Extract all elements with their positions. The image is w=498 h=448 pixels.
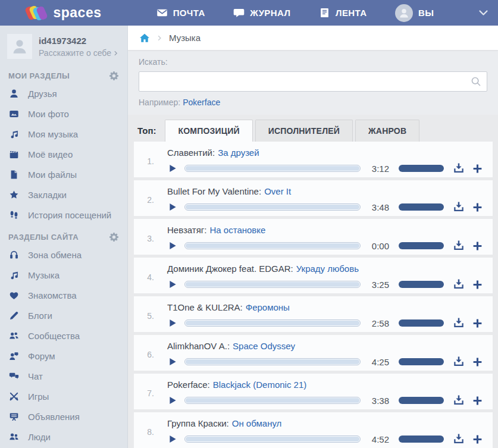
search-input[interactable] xyxy=(139,71,487,92)
sidebar-item-exchange-zone[interactable]: Зона обмена xyxy=(0,245,127,265)
download-button[interactable] xyxy=(453,433,465,445)
user-id[interactable]: id41973422 xyxy=(39,36,118,46)
account-menu-chevron-icon[interactable] xyxy=(478,8,488,18)
tab-genres[interactable]: ЖАНРОВ xyxy=(355,120,419,142)
add-button[interactable] xyxy=(472,163,483,174)
sidebar-item-label: Мои файлы xyxy=(28,170,77,180)
download-button[interactable] xyxy=(453,201,465,213)
sidebar-item-communities[interactable]: Сообщества xyxy=(0,325,127,346)
sidebar-item-label: Зона обмена xyxy=(28,250,82,260)
download-button[interactable] xyxy=(453,317,465,329)
progress-bar[interactable] xyxy=(184,319,361,327)
track-title-link[interactable]: Украду любовь xyxy=(296,264,359,274)
volume-bar[interactable] xyxy=(399,397,444,404)
chat-icon xyxy=(8,371,19,381)
sidebar-item-forum[interactable]: Форум xyxy=(0,346,127,366)
nav-journal[interactable]: ЖУРНАЛ xyxy=(233,7,290,18)
play-button[interactable] xyxy=(168,434,177,444)
volume-bar[interactable] xyxy=(399,358,444,365)
track-number: 2. xyxy=(134,180,167,216)
profile-card[interactable]: id41973422 Расскажите о себе xyxy=(0,26,127,64)
volume-bar[interactable] xyxy=(399,165,444,172)
person-icon xyxy=(11,37,29,55)
track-title-link[interactable]: На остановке xyxy=(210,225,266,235)
about-link[interactable]: Расскажите о себе xyxy=(39,48,118,58)
plus-icon xyxy=(472,318,483,329)
add-button[interactable] xyxy=(472,202,483,213)
track-row: 2. Bullet For My Valentine:Over It 3:48 xyxy=(134,180,493,216)
example-link[interactable]: Pokerface xyxy=(183,98,220,107)
sidebar-item-my-music[interactable]: Моя музыка xyxy=(0,124,127,144)
track-title-link[interactable]: Blackjack (Demonic 21) xyxy=(213,380,307,390)
play-button[interactable] xyxy=(168,396,177,405)
track-title-line: Невзатяг:На остановке xyxy=(167,225,483,235)
progress-bar[interactable] xyxy=(184,436,361,443)
play-button[interactable] xyxy=(168,202,177,212)
nav-you[interactable]: ВЫ xyxy=(395,4,434,22)
track-title-line: Доминик Джокер feat. EDGAR:Украду любовь xyxy=(167,264,483,274)
sidebar-item-ads[interactable]: Объявления xyxy=(0,406,127,427)
play-button[interactable] xyxy=(168,318,177,328)
track-artist: T1One & KUL2RA xyxy=(167,302,240,312)
gear-icon[interactable] xyxy=(109,71,119,81)
volume-bar[interactable] xyxy=(399,281,444,288)
nav-journal-label: ЖУРНАЛ xyxy=(250,8,290,18)
sidebar-item-my-video[interactable]: Моё видео xyxy=(0,144,127,164)
play-button[interactable] xyxy=(168,164,177,173)
play-button[interactable] xyxy=(168,241,177,250)
sidebar-item-music[interactable]: Музыка xyxy=(0,265,127,285)
tab-artists[interactable]: ИСПОЛНИТЕЛЕЙ xyxy=(255,120,353,142)
play-button[interactable] xyxy=(168,280,177,289)
plus-icon xyxy=(472,240,483,252)
progress-bar[interactable] xyxy=(184,358,361,365)
add-button[interactable] xyxy=(472,356,483,368)
search-panel: Искать: Например:Pokerface xyxy=(128,50,498,115)
about-label: Расскажите о себе xyxy=(39,48,111,58)
tab-compositions[interactable]: КОМПОЗИЦИЙ xyxy=(165,120,252,142)
sidebar-item-games[interactable]: Игры xyxy=(0,386,127,406)
volume-bar[interactable] xyxy=(399,203,444,211)
track-title-link[interactable]: Over It xyxy=(264,186,291,196)
progress-bar[interactable] xyxy=(184,165,361,172)
track-title-link[interactable]: Он обманул xyxy=(232,418,282,428)
nav-mail[interactable]: ПОЧТА xyxy=(156,7,205,18)
sidebar-item-people[interactable]: Люди xyxy=(0,427,127,447)
track-row: 4. Доминик Джокер feat. EDGAR:Украду люб… xyxy=(134,258,493,293)
sidebar-item-my-files[interactable]: Мои файлы xyxy=(0,164,127,184)
add-button[interactable] xyxy=(472,279,483,290)
sidebar-item-chat[interactable]: Чат xyxy=(0,366,127,386)
download-button[interactable] xyxy=(453,356,465,368)
home-icon[interactable] xyxy=(139,33,150,43)
sidebar-item-friends[interactable]: Друзья xyxy=(0,83,127,104)
download-button[interactable] xyxy=(453,162,465,174)
sidebar-item-label: Моя музыка xyxy=(28,129,78,139)
add-button[interactable] xyxy=(472,434,483,445)
search-icon[interactable] xyxy=(471,76,481,87)
sidebar-item-bookmarks[interactable]: Закладки xyxy=(0,184,127,205)
progress-bar[interactable] xyxy=(184,281,361,288)
progress-bar[interactable] xyxy=(184,203,361,211)
sidebar-item-my-photos[interactable]: Мои фото xyxy=(0,104,127,124)
sidebar-item-blogs[interactable]: Блоги xyxy=(0,305,127,325)
gear-icon[interactable] xyxy=(109,232,119,242)
brand[interactable]: spaces xyxy=(0,5,128,21)
nav-feed[interactable]: ЛЕНТА xyxy=(319,7,367,18)
download-button[interactable] xyxy=(453,394,465,406)
add-button[interactable] xyxy=(472,318,483,329)
progress-bar[interactable] xyxy=(184,397,361,404)
sidebar-item-label: Музыка xyxy=(28,270,59,280)
add-button[interactable] xyxy=(472,395,483,406)
add-button[interactable] xyxy=(472,240,483,252)
track-title-link[interactable]: Space Odyssey xyxy=(233,341,295,351)
sidebar-item-visit-history[interactable]: История посещений xyxy=(0,205,127,225)
play-button[interactable] xyxy=(168,357,177,366)
volume-bar[interactable] xyxy=(399,242,444,249)
sidebar-item-dating[interactable]: Знакомства xyxy=(0,285,127,305)
track-title-link[interactable]: За друзей xyxy=(218,148,259,158)
track-title-link[interactable]: Феромоны xyxy=(246,302,290,312)
progress-bar[interactable] xyxy=(184,242,361,249)
download-button[interactable] xyxy=(453,278,465,290)
volume-bar[interactable] xyxy=(399,436,444,443)
volume-bar[interactable] xyxy=(399,319,444,327)
download-button[interactable] xyxy=(453,240,465,252)
